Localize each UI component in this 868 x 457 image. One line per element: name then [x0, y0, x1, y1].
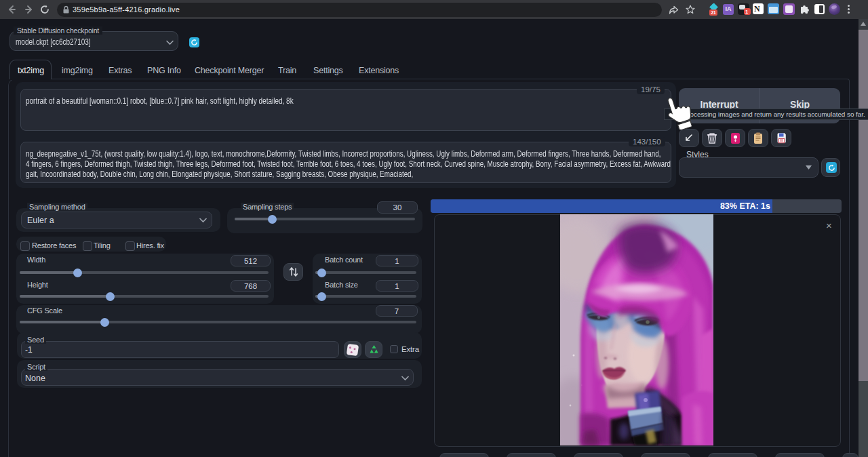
svg-text:21: 21 [711, 10, 716, 15]
